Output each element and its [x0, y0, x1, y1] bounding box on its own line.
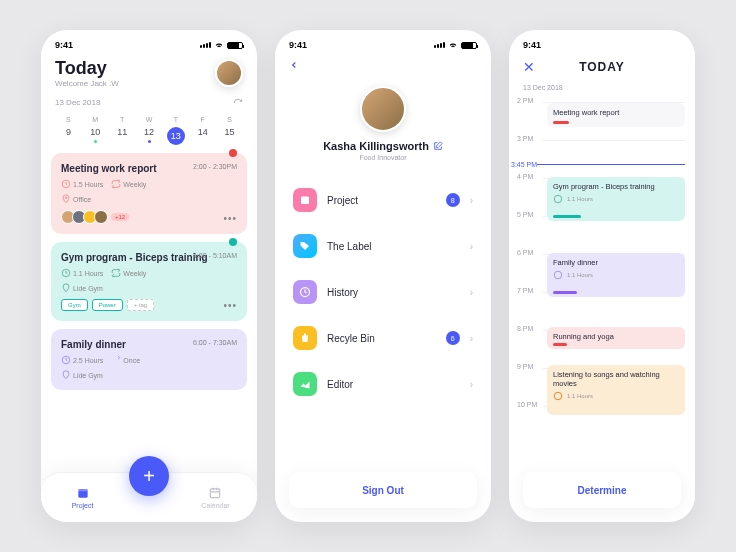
badge: 8 — [446, 193, 460, 207]
menu-item-project[interactable]: Project8› — [289, 177, 477, 223]
project-icon — [293, 188, 317, 212]
svg-point-1 — [65, 197, 67, 199]
add-tag[interactable]: + tag — [127, 299, 155, 311]
cal-day[interactable]: T11 — [109, 116, 136, 145]
cal-day[interactable]: W12 — [136, 116, 163, 145]
svg-rect-5 — [78, 489, 87, 491]
menu-item-editor[interactable]: Editor› — [289, 361, 477, 407]
clock-icon — [553, 391, 563, 401]
status-icons — [200, 40, 243, 50]
location-icon — [61, 283, 71, 293]
history-icon — [293, 280, 317, 304]
header: Today Welcome Jack .W — [41, 54, 257, 92]
screen-profile: 9:41 Kasha Killingsworth Food Innovator … — [275, 30, 491, 522]
hour-label: 10 PM — [517, 401, 537, 408]
clock-icon — [61, 355, 71, 365]
refresh-icon[interactable] — [233, 98, 243, 108]
card-meta: 1.5 Hours Weekly — [61, 179, 237, 189]
hour-label: 4 PM — [517, 173, 533, 180]
tab-project[interactable]: Project — [41, 473, 124, 522]
close-icon[interactable]: ✕ — [523, 59, 535, 75]
menu-item-label[interactable]: The Label› — [289, 223, 477, 269]
menu-item-recycle[interactable]: Recyle Bin6› — [289, 315, 477, 361]
edit-icon[interactable] — [433, 141, 443, 151]
profile-header: Kasha Killingsworth Food Innovator — [275, 80, 491, 177]
calendar-icon — [208, 486, 222, 500]
event-card[interactable]: Gym program - Biceps training 4:00 - 5:1… — [51, 242, 247, 321]
badge: 6 — [446, 331, 460, 345]
timeline-event[interactable]: Running and yoga — [547, 327, 685, 349]
location-icon — [61, 370, 71, 380]
status-bar: 9:41 — [41, 30, 257, 54]
add-button[interactable]: + — [129, 456, 169, 496]
tab-calendar[interactable]: Calendar — [174, 473, 257, 522]
tag[interactable]: Power — [92, 299, 123, 311]
status-bar: 9:41 — [509, 30, 695, 54]
status-bar: 9:41 — [275, 30, 491, 54]
profile-role: Food Innovator — [275, 154, 491, 161]
timeline-event[interactable]: Family dinner1.1 Hours — [547, 253, 685, 297]
hour-label: 3 PM — [517, 135, 533, 142]
svg-rect-6 — [211, 489, 220, 498]
svg-point-11 — [554, 392, 562, 400]
now-line — [511, 164, 685, 165]
calendar-week: S9 M10 T11 W12 T13 F14 S15 — [41, 114, 257, 153]
tag[interactable]: Gym — [61, 299, 88, 311]
event-card[interactable]: Family dinner 6:00 - 7:30AM 2.5 Hours On… — [51, 329, 247, 390]
menu-list: Project8› The Label› History› Recyle Bin… — [275, 177, 491, 407]
cal-day[interactable]: F14 — [189, 116, 216, 145]
status-dot-icon — [229, 238, 237, 246]
battery-icon — [227, 42, 243, 49]
repeat-icon — [111, 355, 121, 365]
card-time: 4:00 - 5:10AM — [193, 252, 237, 259]
menu-item-history[interactable]: History› — [289, 269, 477, 315]
timeline-event[interactable]: Gym program - Biceps training1.1 Hours — [547, 177, 685, 221]
more-count: +12 — [111, 213, 129, 221]
avatar — [94, 210, 108, 224]
wifi-icon — [214, 40, 224, 50]
date-label: 13 Dec 2018 — [509, 84, 695, 97]
timeline-event[interactable]: Meeting work report — [547, 103, 685, 127]
chevron-right-icon: › — [470, 195, 473, 206]
hour-label: 6 PM — [517, 249, 533, 256]
more-menu[interactable]: ••• — [223, 213, 237, 224]
cal-day[interactable]: S15 — [216, 116, 243, 145]
determine-button[interactable]: Determine — [523, 472, 681, 508]
more-menu[interactable]: ••• — [223, 300, 237, 311]
event-cards: Meeting work report 2:00 - 2:30PM 1.5 Ho… — [41, 153, 257, 390]
signout-button[interactable]: Sign Out — [289, 472, 477, 508]
cal-day[interactable]: T13 — [162, 116, 189, 145]
chevron-right-icon: › — [470, 241, 473, 252]
avatar[interactable] — [360, 86, 406, 132]
wifi-icon — [448, 40, 458, 50]
editor-icon — [293, 372, 317, 396]
welcome-text: Welcome Jack .W — [55, 79, 119, 88]
timeline-event[interactable]: Listening to songs and watching movies1.… — [547, 365, 685, 415]
card-time: 2:00 - 2:30PM — [193, 163, 237, 170]
hour-label: 2 PM — [517, 97, 533, 104]
avatar[interactable] — [215, 59, 243, 87]
hour-label: 8 PM — [517, 325, 533, 332]
clock-icon — [61, 179, 71, 189]
now-label: 3:45 PM — [511, 161, 537, 168]
status-dot-icon — [229, 149, 237, 157]
cal-day[interactable]: M10 — [82, 116, 109, 145]
repeat-icon — [111, 268, 121, 278]
back-button[interactable] — [275, 54, 491, 80]
date-label: 13 Dec 2018 — [55, 98, 100, 108]
timeline[interactable]: 2 PM 3 PM 4 PM 5 PM 6 PM 7 PM 8 PM 9 PM … — [509, 97, 695, 437]
screen-today: 9:41 Today Welcome Jack .W 13 Dec 2018 S… — [41, 30, 257, 522]
hour-label: 9 PM — [517, 363, 533, 370]
location-icon — [61, 194, 71, 204]
event-card[interactable]: Meeting work report 2:00 - 2:30PM 1.5 Ho… — [51, 153, 247, 234]
chevron-right-icon: › — [470, 287, 473, 298]
attendee-avatars: +12 — [61, 210, 237, 224]
svg-point-9 — [554, 195, 562, 203]
page-title: TODAY — [579, 60, 625, 74]
date-row: 13 Dec 2018 — [41, 92, 257, 114]
cal-day[interactable]: S9 — [55, 116, 82, 145]
clock-icon — [61, 268, 71, 278]
page-title: Today — [55, 58, 119, 79]
profile-name: Kasha Killingsworth — [275, 140, 491, 152]
chevron-right-icon: › — [470, 333, 473, 344]
